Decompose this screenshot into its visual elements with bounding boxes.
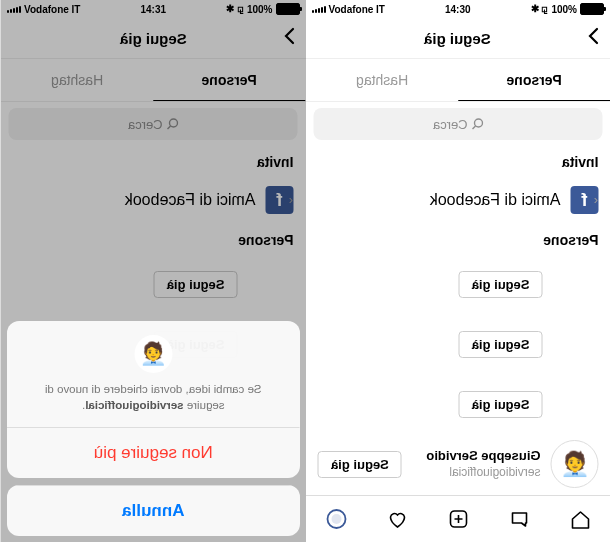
status-battery: ✱ ⚼100%	[531, 3, 604, 15]
section-people: Persone	[306, 224, 611, 254]
sheet-message: Se cambi idea, dovrai chiedere di nuovo …	[27, 381, 280, 413]
people-list: Segui già Segui già Segui già 🧑‍💼 Giusep…	[306, 254, 611, 495]
follow-button[interactable]: Segui già	[458, 331, 542, 358]
navbar-title: Segui già	[424, 30, 491, 47]
tab-hashtag[interactable]: Hashtag	[306, 59, 458, 101]
unfollow-button[interactable]: Non seguire più	[7, 427, 300, 478]
screen-b: Vodafone IT 14:31 ✱ ⚼100% Segui già Hash…	[0, 0, 306, 542]
list-item[interactable]: Segui già	[306, 314, 611, 374]
tabs: Hashtag Persone	[306, 59, 611, 102]
person-name: Giuseppe Servidio	[411, 448, 540, 465]
person-username: servidiogiuofficial	[411, 465, 540, 481]
section-invite: Invita	[306, 146, 611, 176]
home-icon[interactable]	[568, 507, 592, 531]
status-time: 14:30	[445, 4, 471, 15]
back-chevron-icon[interactable]	[588, 27, 600, 49]
navbar: Segui già	[306, 18, 611, 59]
profile-icon[interactable]	[324, 507, 348, 531]
action-sheet-card: 🧑‍💼 Se cambi idea, dovrai chiedere di nu…	[7, 321, 300, 478]
svg-point-3	[331, 514, 341, 524]
follow-button[interactable]: Segui già	[458, 271, 542, 298]
chevron-right-icon: ›	[593, 193, 597, 207]
facebook-friends-row[interactable]: f Amici di Facebook ›	[306, 176, 611, 224]
list-item[interactable]: Segui già	[306, 374, 611, 434]
follow-button[interactable]: Segui già	[458, 391, 542, 418]
tab-people[interactable]: Persone	[458, 59, 610, 101]
bottom-tabbar	[306, 495, 611, 542]
status-bar: Vodafone IT 14:30 ✱ ⚼100%	[306, 0, 611, 18]
list-item-featured[interactable]: 🧑‍💼 Giuseppe Servidio servidiogiuofficia…	[306, 434, 611, 494]
heart-icon[interactable]	[385, 507, 409, 531]
signal-icon	[312, 6, 326, 13]
search-icon	[471, 118, 483, 130]
follow-button[interactable]: Segui già	[318, 451, 402, 478]
screen-a: Vodafone IT 14:30 ✱ ⚼100% Segui già Hash…	[306, 0, 611, 542]
list-item[interactable]: Segui già	[306, 254, 611, 314]
search-input[interactable]: Cerca	[314, 108, 603, 140]
cancel-button[interactable]: Annulla	[7, 485, 300, 536]
add-icon[interactable]	[446, 507, 470, 531]
avatar: 🧑‍💼	[550, 440, 598, 488]
sheet-avatar: 🧑‍💼	[134, 335, 172, 373]
message-icon[interactable]	[507, 507, 531, 531]
action-sheet: 🧑‍💼 Se cambi idea, dovrai chiedere di nu…	[7, 321, 300, 536]
